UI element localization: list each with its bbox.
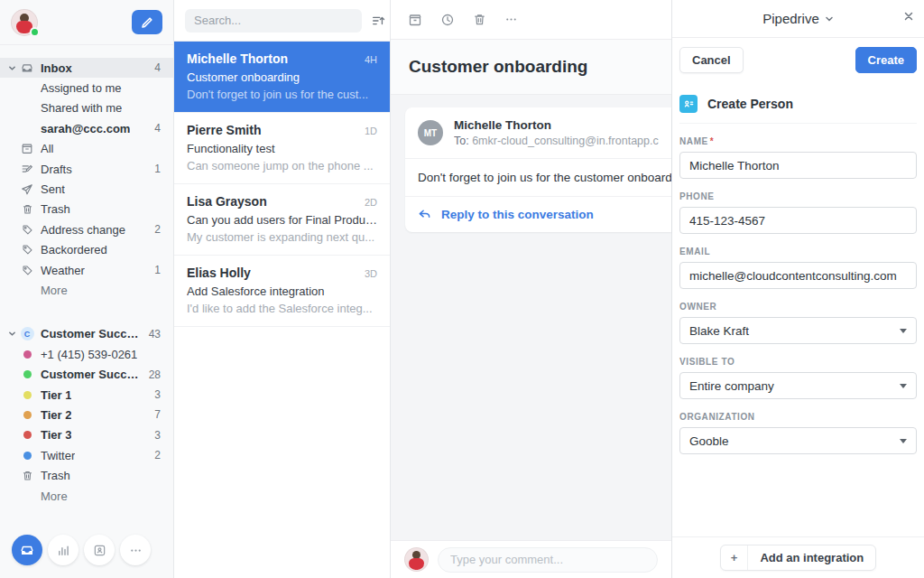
integration-panel: Pipedrive Cancel Create Create Person NA… bbox=[672, 0, 924, 578]
conversation-list: Michelle Thorton 4H Customer onboarding … bbox=[174, 0, 391, 578]
sidebar-item-assigned-to-me[interactable]: Assigned to me bbox=[0, 78, 173, 98]
inbox-icon bbox=[20, 61, 34, 74]
more-actions-icon[interactable] bbox=[504, 13, 518, 26]
conversation-title: Customer onboarding bbox=[391, 40, 671, 95]
unread-count: 43 bbox=[143, 328, 161, 340]
sidebar-team-customer-success[interactable]: C Customer Success 43 bbox=[0, 324, 173, 344]
compose-button[interactable] bbox=[132, 10, 162, 34]
field-label-organization: ORGANIZATION bbox=[679, 412, 917, 422]
inbox-view-button[interactable] bbox=[12, 535, 42, 565]
sidebar-item-sent[interactable]: Sent bbox=[0, 179, 173, 199]
app-window: Inbox 4 Assigned to me Shared with me sa… bbox=[0, 0, 924, 578]
chevron-down-icon bbox=[900, 439, 907, 443]
sidebar-footer bbox=[0, 522, 173, 578]
ellipsis-icon bbox=[129, 544, 143, 557]
sent-icon bbox=[20, 183, 34, 196]
field-label-email: EMAIL bbox=[679, 247, 917, 256]
name-field[interactable] bbox=[679, 152, 917, 179]
sort-icon[interactable] bbox=[371, 14, 385, 28]
sidebar-channel-phone[interactable]: +1 (415) 539-0261 bbox=[0, 344, 173, 364]
plus-icon: + bbox=[721, 545, 749, 570]
drafts-icon bbox=[20, 163, 34, 175]
sidebar-team-trash[interactable]: Trash bbox=[0, 465, 173, 485]
sidebar-item-inbox[interactable]: Inbox 4 bbox=[0, 58, 173, 78]
snooze-clock-icon[interactable] bbox=[440, 13, 455, 27]
user-avatar bbox=[404, 547, 429, 572]
required-asterisk: * bbox=[710, 136, 715, 146]
comment-input[interactable] bbox=[438, 547, 658, 573]
channel-dot-icon bbox=[20, 370, 34, 378]
chevron-down-icon[interactable] bbox=[8, 330, 20, 338]
close-icon[interactable] bbox=[903, 11, 914, 22]
reply-link[interactable]: Reply to this conversation bbox=[405, 197, 671, 232]
panel-header: Pipedrive bbox=[672, 0, 924, 38]
message-body: Don't forget to join us for the customer… bbox=[405, 159, 671, 197]
channel-dot-icon bbox=[20, 391, 34, 399]
sidebar-item-all[interactable]: All bbox=[0, 139, 173, 159]
owner-select[interactable]: Blake Kraft bbox=[679, 317, 917, 344]
sidebar-channel-tier-1[interactable]: Tier 1 3 bbox=[0, 385, 173, 405]
sidebar-item-backordered[interactable]: Backordered bbox=[0, 240, 173, 260]
chevron-down-icon[interactable] bbox=[825, 14, 834, 23]
inbox-icon bbox=[20, 543, 34, 557]
unread-count: 4 bbox=[149, 122, 161, 135]
conversation-subject: Functionality test bbox=[187, 142, 377, 155]
user-avatar[interactable] bbox=[11, 9, 38, 36]
team-badge-icon: C bbox=[20, 327, 34, 340]
archive-icon[interactable] bbox=[408, 13, 422, 27]
chevron-down-icon bbox=[900, 384, 907, 388]
conversation-subject: Customer onboarding bbox=[187, 70, 377, 84]
panel-actions: Cancel Create bbox=[672, 38, 924, 84]
archive-icon bbox=[20, 143, 34, 155]
conversation-sender: Elias Holly bbox=[187, 266, 251, 280]
chevron-down-icon[interactable] bbox=[8, 64, 20, 72]
sender-avatar: MT bbox=[418, 120, 443, 145]
cancel-button[interactable]: Cancel bbox=[679, 47, 744, 73]
sidebar-item-address-change[interactable]: Address change 2 bbox=[0, 219, 173, 239]
organization-select[interactable]: Gooble bbox=[679, 427, 917, 454]
create-button[interactable]: Create bbox=[855, 47, 917, 73]
conversation-item[interactable]: Michelle Thorton 4H Customer onboarding … bbox=[174, 42, 390, 113]
email-field[interactable] bbox=[679, 262, 917, 289]
field-label-name: NAME* bbox=[679, 136, 917, 146]
sidebar-item-drafts[interactable]: Drafts 1 bbox=[0, 159, 173, 179]
chevron-down-icon bbox=[900, 329, 907, 333]
section-title: Create Person bbox=[707, 97, 793, 111]
sidebar: Inbox 4 Assigned to me Shared with me sa… bbox=[0, 0, 174, 578]
trash-icon[interactable] bbox=[473, 13, 486, 26]
sidebar-item-sarah-mailbox[interactable]: sarah@ccc.com 4 bbox=[0, 118, 173, 138]
conversation-toolbar bbox=[391, 0, 671, 40]
conversation-view: Customer onboarding MT Michelle Thorton … bbox=[391, 0, 672, 578]
sidebar-item-weather[interactable]: Weather 1 bbox=[0, 260, 173, 280]
unread-count: 28 bbox=[143, 368, 161, 381]
person-card-icon bbox=[679, 95, 698, 113]
sidebar-channel-twitter[interactable]: Twitter 2 bbox=[0, 445, 173, 465]
message-recipient: To: 6mkr-cloud_consulting@in.frontapp.co… bbox=[454, 135, 659, 147]
contacts-button[interactable] bbox=[84, 535, 115, 565]
sidebar-channel-tier-2[interactable]: Tier 2 7 bbox=[0, 405, 173, 424]
analytics-icon bbox=[57, 544, 70, 557]
more-apps-button[interactable] bbox=[120, 535, 151, 565]
panel-title[interactable]: Pipedrive bbox=[762, 11, 819, 26]
tag-icon bbox=[20, 265, 34, 276]
conversation-item[interactable]: Pierre Smith 1D Functionality test Can s… bbox=[174, 113, 390, 184]
sidebar-channel-customer-success[interactable]: Customer Success 28 bbox=[0, 364, 173, 384]
trash-icon bbox=[20, 203, 34, 215]
unread-count: 2 bbox=[149, 223, 161, 236]
add-integration-button[interactable]: + Add an integration bbox=[720, 545, 876, 571]
sidebar-item-more[interactable]: More bbox=[0, 280, 173, 300]
sidebar-item-trash[interactable]: Trash bbox=[0, 200, 173, 219]
message-header[interactable]: MT Michelle Thorton To: 6mkr-cloud_consu… bbox=[405, 107, 671, 159]
conversation-time: 3D bbox=[365, 268, 377, 279]
analytics-button[interactable] bbox=[48, 535, 79, 565]
visible-to-select[interactable]: Entire company bbox=[679, 372, 917, 399]
search-input[interactable] bbox=[185, 9, 362, 33]
conversation-item[interactable]: Elias Holly 3D Add Salesforce integratio… bbox=[174, 256, 390, 327]
trash-icon bbox=[20, 470, 34, 481]
sidebar-team-more[interactable]: More bbox=[0, 486, 173, 506]
sidebar-channel-tier-3[interactable]: Tier 3 3 bbox=[0, 425, 173, 445]
recipient-address: 6mkr-cloud_consulting@in.frontapp.com bbox=[472, 135, 659, 147]
phone-field[interactable] bbox=[679, 207, 917, 234]
sidebar-item-shared-with-me[interactable]: Shared with me bbox=[0, 98, 173, 118]
conversation-item[interactable]: Lisa Grayson 2D Can you add users for Fi… bbox=[174, 184, 390, 256]
